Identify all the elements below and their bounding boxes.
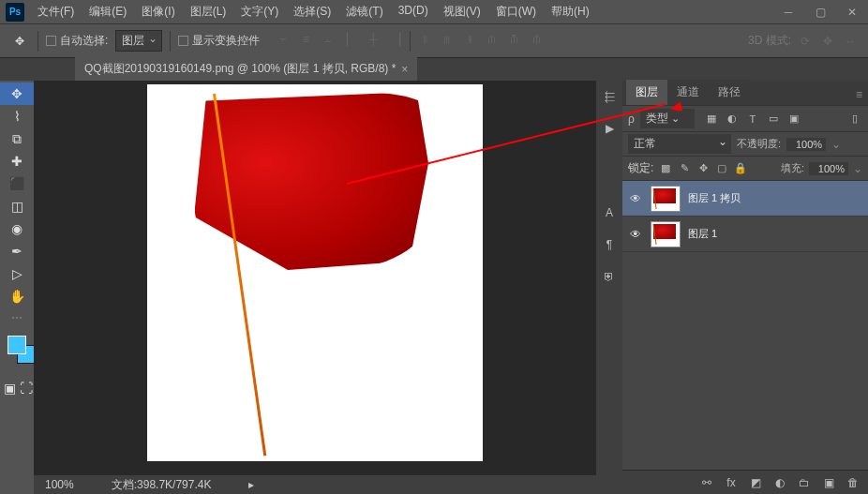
menu-layer[interactable]: 图层(L) <box>185 0 232 23</box>
crop-tool[interactable]: ⧉ <box>0 127 34 150</box>
distribute-left-icon[interactable]: ⫙ <box>484 31 501 48</box>
visibility-toggle-icon[interactable]: 👁 <box>628 228 643 241</box>
blend-mode-dropdown[interactable]: 正常 <box>628 134 731 154</box>
menu-help[interactable]: 帮助(H) <box>546 0 595 23</box>
distribute-hcenter-icon[interactable]: ⫚ <box>506 31 523 48</box>
filter-type-dropdown[interactable]: 类型 ⌄ <box>640 109 695 128</box>
screen-mode-icon[interactable]: ⛶ <box>20 377 33 399</box>
menu-type[interactable]: 文字(Y) <box>235 0 284 23</box>
fill-chevron-icon[interactable]: ⌄ <box>853 162 862 175</box>
layer-style-icon[interactable]: fx <box>724 475 739 490</box>
align-top-icon[interactable]: ⫟ <box>275 31 292 48</box>
menu-view[interactable]: 视图(V) <box>438 0 486 23</box>
visibility-toggle-icon[interactable]: 👁 <box>628 192 643 205</box>
lock-label: 锁定: <box>628 160 653 176</box>
color-swatches[interactable] <box>0 328 34 375</box>
close-tab-icon[interactable]: × <box>401 63 408 76</box>
menu-window[interactable]: 窗口(W) <box>490 0 542 23</box>
link-layers-icon[interactable]: ⚯ <box>699 475 714 490</box>
zoom-level[interactable]: 100% <box>45 478 74 491</box>
eraser-tool[interactable]: ◫ <box>0 195 34 217</box>
properties-panel-icon[interactable]: ⛨ <box>601 268 618 285</box>
menu-filter[interactable]: 滤镜(T) <box>340 0 388 23</box>
filter-shape-icon[interactable]: ▭ <box>766 112 781 127</box>
pen-tool[interactable]: ✒ <box>0 240 34 262</box>
pan-3d-icon[interactable]: ✥ <box>819 33 836 50</box>
lock-all-icon[interactable]: 🔒 <box>733 161 748 176</box>
tab-paths[interactable]: 路径 <box>709 80 750 105</box>
document-tab[interactable]: QQ截图20190319160149.png @ 100% (图层 1 拷贝, … <box>75 57 417 81</box>
group-icon[interactable]: 🗀 <box>797 475 812 490</box>
lock-position-icon[interactable]: ✥ <box>696 161 711 176</box>
status-arrow-icon[interactable]: ▸ <box>248 478 254 491</box>
layer-thumbnail[interactable] <box>651 186 681 212</box>
opacity-chevron-icon[interactable]: ⌄ <box>831 138 841 151</box>
layer-mask-icon[interactable]: ◩ <box>748 475 763 490</box>
path-select-tool[interactable]: ▷ <box>0 262 34 285</box>
left-toolbar: ✥ ▭ ⌇ ✎ ⧉ ✐ ✚ ✎ ⬛ ↺ ◫ ▦ ◉ ◐ ✒ T ▷ ▭ ✋ 🔍 … <box>0 81 34 494</box>
opacity-input[interactable]: 100% <box>786 138 826 151</box>
document-info[interactable]: 文档:398.7K/797.4K <box>112 477 212 493</box>
orbit-3d-icon[interactable]: ⟳ <box>797 33 814 50</box>
show-transform-checkbox[interactable]: 显示变换控件 <box>178 33 260 49</box>
separator <box>410 31 411 52</box>
filter-toggle-icon[interactable]: ▯ <box>847 112 862 127</box>
quick-mask-icon[interactable]: ▣ <box>4 377 16 399</box>
filter-adjust-icon[interactable]: ◐ <box>725 112 740 127</box>
clone-stamp-tool[interactable]: ⬛ <box>0 172 34 195</box>
menu-file[interactable]: 文件(F) <box>32 0 80 23</box>
distribute-right-icon[interactable]: ⫛ <box>529 31 546 48</box>
menu-image[interactable]: 图像(I) <box>136 0 180 23</box>
canvas-viewport[interactable] <box>34 81 596 475</box>
slide-3d-icon[interactable]: ↔ <box>842 33 859 50</box>
menu-3d[interactable]: 3D(D) <box>393 0 434 23</box>
paragraph-panel-icon[interactable]: ¶ <box>601 236 618 253</box>
move-tool[interactable]: ✥ <box>0 82 34 105</box>
align-left-icon[interactable]: ▏ <box>342 31 359 48</box>
hand-tool[interactable]: ✋ <box>0 285 34 307</box>
history-panel-icon[interactable]: ⬱ <box>601 88 618 105</box>
menu-select[interactable]: 选择(S) <box>288 0 337 23</box>
layer-thumbnail[interactable] <box>651 221 681 247</box>
align-bottom-icon[interactable]: ⫠ <box>320 31 337 48</box>
lock-transparent-icon[interactable]: ▩ <box>658 161 673 176</box>
tab-layers[interactable]: 图层 <box>626 80 667 105</box>
filter-type-icon[interactable]: T <box>745 112 760 127</box>
distribute-top-icon[interactable]: ⫴ <box>416 31 433 48</box>
lasso-tool[interactable]: ⌇ <box>0 105 34 127</box>
minimize-button[interactable]: ─ <box>772 0 804 24</box>
close-button[interactable]: ✕ <box>836 0 868 24</box>
maximize-button[interactable]: ▢ <box>804 0 836 24</box>
panel-menu-icon[interactable]: ≡ <box>850 84 868 105</box>
actions-panel-icon[interactable]: ▶ <box>601 120 618 137</box>
lock-artboard-icon[interactable]: ▢ <box>714 161 729 176</box>
delete-layer-icon[interactable]: 🗑 <box>846 475 861 490</box>
new-layer-icon[interactable]: ▣ <box>821 475 836 490</box>
adjustment-layer-icon[interactable]: ◐ <box>772 475 787 490</box>
filter-smart-icon[interactable]: ▣ <box>786 112 801 127</box>
align-right-icon[interactable]: ▕ <box>387 31 404 48</box>
align-icons-group: ⫟ ≡ ⫠ ▏ ┼ ▕ ⫴ ⫼ ⫵ ⫙ ⫚ ⫛ <box>275 31 546 52</box>
align-hcenter-icon[interactable]: ┼ <box>365 31 382 48</box>
document-canvas[interactable] <box>147 84 483 461</box>
menu-edit[interactable]: 编辑(E) <box>83 0 132 23</box>
move-tool-icon[interactable]: ✥ <box>9 31 30 52</box>
align-vcenter-icon[interactable]: ≡ <box>297 31 314 48</box>
toolbar-more-icon[interactable]: ⋯ <box>0 307 34 328</box>
distribute-vcenter-icon[interactable]: ⫼ <box>439 31 456 48</box>
healing-brush-tool[interactable]: ✚ <box>0 150 34 172</box>
layer-row[interactable]: 👁 图层 1 拷贝 <box>622 181 868 217</box>
auto-select-checkbox[interactable]: 自动选择: <box>46 33 108 49</box>
character-panel-icon[interactable]: A <box>601 204 618 221</box>
fill-input[interactable]: 100% <box>809 162 848 175</box>
tab-channels[interactable]: 通道 <box>667 80 709 105</box>
filter-pixel-icon[interactable]: ▦ <box>704 112 719 127</box>
layer-name[interactable]: 图层 1 <box>688 227 717 241</box>
lock-image-icon[interactable]: ✎ <box>677 161 692 176</box>
layer-name[interactable]: 图层 1 拷贝 <box>688 191 741 205</box>
foreground-color-swatch[interactable] <box>7 336 26 354</box>
layer-row[interactable]: 👁 图层 1 <box>622 217 868 252</box>
blur-tool[interactable]: ◉ <box>0 217 34 240</box>
distribute-bottom-icon[interactable]: ⫵ <box>461 31 478 48</box>
auto-select-target-dropdown[interactable]: 图层 <box>115 30 162 52</box>
